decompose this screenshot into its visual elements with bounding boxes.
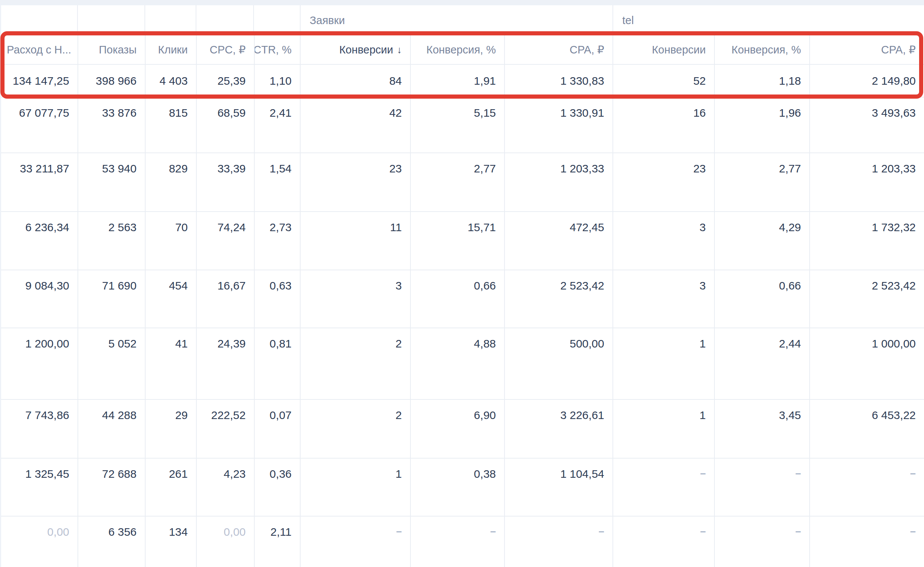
- column-header-6[interactable]: Конверсия, %: [411, 35, 505, 64]
- cell-r2-c3: 74,24: [197, 212, 255, 270]
- column-header-5[interactable]: Конверсии↓: [301, 35, 411, 64]
- cell-r5-c3: 222,52: [197, 400, 255, 458]
- cell-r1-c5: 23: [301, 153, 411, 211]
- cell-r5-c2: 29: [146, 400, 197, 458]
- cell-r6-c1: 72 688: [78, 459, 146, 516]
- cell-r3-c2: 454: [146, 270, 197, 328]
- cell-r0-c8: 16: [613, 98, 715, 152]
- table-row-0: 67 077,7533 87681568,592,41425,151 330,9…: [0, 98, 924, 153]
- cell-r6-c4: 0,36: [255, 459, 301, 516]
- cell-r2-c4: 2,73: [255, 212, 301, 270]
- column-header-label: CPA, ₽: [881, 43, 916, 56]
- column-header-label: CPC, ₽: [210, 43, 246, 56]
- column-header-label: CPA, ₽: [570, 43, 604, 56]
- cell-r1-c10: 1 203,33: [810, 153, 924, 211]
- cell-r7-c8: –: [613, 517, 715, 567]
- cell-r5-c0: 7 743,86: [0, 400, 78, 458]
- cell-r4-c7: 500,00: [505, 328, 613, 399]
- totals-cell-9: 1,18: [715, 65, 810, 97]
- totals-cell-6: 1,91: [411, 65, 505, 97]
- table-row-1: 33 211,8753 94082933,391,54232,771 203,3…: [0, 153, 924, 212]
- totals-cell-5: 84: [301, 65, 411, 97]
- group-tel: tel: [613, 5, 924, 35]
- totals-cell-3: 25,39: [197, 65, 255, 97]
- cell-r7-c9: –: [715, 517, 810, 567]
- cell-r6-c7: 1 104,54: [505, 459, 613, 516]
- cell-r4-c0: 1 200,00: [0, 328, 78, 399]
- cell-r3-c1: 71 690: [78, 270, 146, 328]
- totals-cell-4: 1,10: [255, 65, 301, 97]
- cell-r0-c0: 67 077,75: [0, 98, 78, 152]
- group-gridline-spacer: [145, 5, 196, 35]
- top-strip: [0, 0, 924, 5]
- cell-r3-c0: 9 084,30: [0, 270, 78, 328]
- column-header-label: Клики: [158, 44, 188, 56]
- group-gridline-spacer: [254, 5, 300, 35]
- cell-r4-c10: 1 000,00: [810, 328, 924, 399]
- cell-r2-c1: 2 563: [78, 212, 146, 270]
- cell-r7-c1: 6 356: [78, 517, 146, 567]
- column-header-label: Конверсия, %: [426, 44, 496, 56]
- cell-r0-c2: 815: [146, 98, 197, 152]
- column-header-3[interactable]: CPC, ₽: [197, 35, 255, 64]
- cell-r3-c10: 2 523,42: [810, 270, 924, 328]
- column-header-9[interactable]: Конверсия, %: [715, 35, 810, 64]
- column-header-0[interactable]: Расход с Н...: [0, 35, 78, 64]
- cell-r1-c6: 2,77: [411, 153, 505, 211]
- column-header-1[interactable]: Показы: [78, 35, 146, 64]
- cell-r6-c9: –: [715, 459, 810, 516]
- cell-r7-c4: 2,11: [255, 517, 301, 567]
- totals-cell-2: 4 403: [146, 65, 197, 97]
- table-row-7: 0,006 3561340,002,11––––––: [0, 517, 924, 567]
- cell-r7-c10: –: [810, 517, 924, 567]
- cell-r1-c4: 1,54: [255, 153, 301, 211]
- cell-r7-c0: 0,00: [0, 517, 78, 567]
- column-header-8[interactable]: Конверсии: [613, 35, 715, 64]
- table-row-5: 7 743,8644 28829222,520,0726,903 226,611…: [0, 400, 924, 459]
- cell-r2-c5: 11: [301, 212, 411, 270]
- cell-r2-c2: 70: [146, 212, 197, 270]
- totals-cell-7: 1 330,83: [505, 65, 613, 97]
- cell-r5-c7: 3 226,61: [505, 400, 613, 458]
- totals-cell-0: 134 147,25: [0, 65, 78, 97]
- column-header-label: CTR, %: [255, 44, 292, 56]
- cell-r0-c3: 68,59: [197, 98, 255, 152]
- group-zayavki-label: Заявки: [310, 14, 345, 27]
- cell-r7-c6: –: [411, 517, 505, 567]
- cell-r2-c10: 1 732,32: [810, 212, 924, 270]
- cell-r6-c10: –: [810, 459, 924, 516]
- cell-r5-c9: 3,45: [715, 400, 810, 458]
- column-header-2[interactable]: Клики: [146, 35, 197, 64]
- cell-r4-c5: 2: [301, 328, 411, 399]
- cell-r5-c8: 1: [613, 400, 715, 458]
- cell-r1-c9: 2,77: [715, 153, 810, 211]
- group-zayavki: Заявки: [301, 5, 613, 35]
- sort-desc-icon: ↓: [397, 44, 402, 56]
- cell-r2-c0: 6 236,34: [0, 212, 78, 270]
- table-row-2: 6 236,342 5637074,242,731115,71472,4534,…: [0, 212, 924, 270]
- cell-r5-c5: 2: [301, 400, 411, 458]
- column-header-10[interactable]: CPA, ₽: [810, 35, 924, 64]
- cell-r0-c4: 2,41: [255, 98, 301, 152]
- cell-r1-c3: 33,39: [197, 153, 255, 211]
- column-header-7[interactable]: CPA, ₽: [505, 35, 613, 64]
- cell-r4-c3: 24,39: [197, 328, 255, 399]
- group-blank-cell: [0, 5, 301, 35]
- cell-r7-c5: –: [301, 517, 411, 567]
- cell-r1-c8: 23: [613, 153, 715, 211]
- cell-r2-c9: 4,29: [715, 212, 810, 270]
- cell-r3-c7: 2 523,42: [505, 270, 613, 328]
- cell-r7-c7: –: [505, 517, 613, 567]
- cell-r0-c1: 33 876: [78, 98, 146, 152]
- totals-cell-8: 52: [613, 65, 715, 97]
- table-row-4: 1 200,005 0524124,390,8124,88500,0012,44…: [0, 328, 924, 400]
- column-header-4[interactable]: CTR, %: [255, 35, 301, 64]
- cell-r0-c6: 5,15: [411, 98, 505, 152]
- group-gridline-spacer: [196, 5, 254, 35]
- group-gridline-spacer: [78, 5, 145, 35]
- cell-r6-c6: 0,38: [411, 459, 505, 516]
- column-header-label: Расход с Н...: [7, 44, 71, 56]
- cell-r3-c9: 0,66: [715, 270, 810, 328]
- cell-r0-c10: 3 493,63: [810, 98, 924, 152]
- cell-r1-c0: 33 211,87: [0, 153, 78, 211]
